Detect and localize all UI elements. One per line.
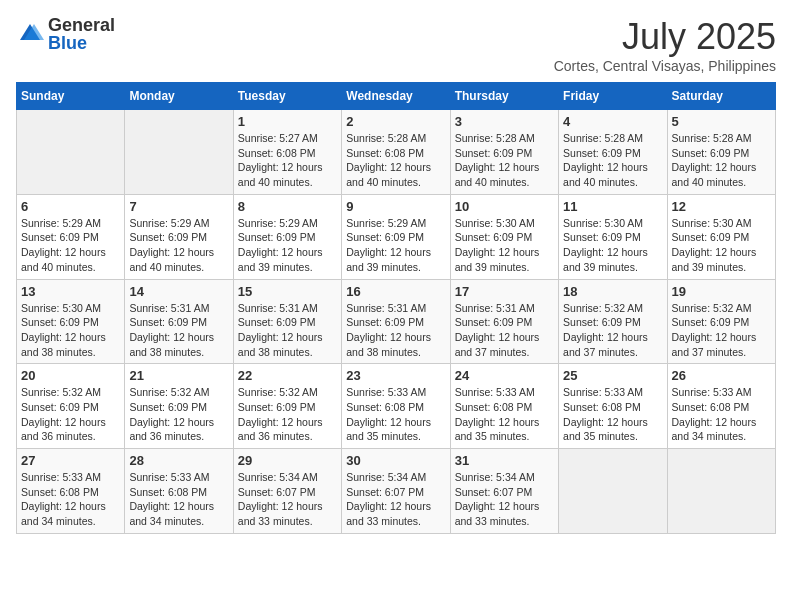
day-info: Sunrise: 5:31 AMSunset: 6:09 PMDaylight:… xyxy=(129,301,228,360)
day-number: 15 xyxy=(238,284,337,299)
calendar-cell: 12Sunrise: 5:30 AMSunset: 6:09 PMDayligh… xyxy=(667,194,775,279)
calendar-cell xyxy=(559,449,667,534)
day-number: 27 xyxy=(21,453,120,468)
calendar-cell: 29Sunrise: 5:34 AMSunset: 6:07 PMDayligh… xyxy=(233,449,341,534)
day-info: Sunrise: 5:32 AMSunset: 6:09 PMDaylight:… xyxy=(129,385,228,444)
day-number: 14 xyxy=(129,284,228,299)
calendar-cell: 9Sunrise: 5:29 AMSunset: 6:09 PMDaylight… xyxy=(342,194,450,279)
calendar-cell: 13Sunrise: 5:30 AMSunset: 6:09 PMDayligh… xyxy=(17,279,125,364)
day-info: Sunrise: 5:33 AMSunset: 6:08 PMDaylight:… xyxy=(672,385,771,444)
day-info: Sunrise: 5:32 AMSunset: 6:09 PMDaylight:… xyxy=(21,385,120,444)
calendar-cell: 20Sunrise: 5:32 AMSunset: 6:09 PMDayligh… xyxy=(17,364,125,449)
calendar-cell: 2Sunrise: 5:28 AMSunset: 6:08 PMDaylight… xyxy=(342,110,450,195)
day-info: Sunrise: 5:33 AMSunset: 6:08 PMDaylight:… xyxy=(129,470,228,529)
header-friday: Friday xyxy=(559,83,667,110)
day-number: 18 xyxy=(563,284,662,299)
day-number: 29 xyxy=(238,453,337,468)
day-info: Sunrise: 5:27 AMSunset: 6:08 PMDaylight:… xyxy=(238,131,337,190)
day-info: Sunrise: 5:29 AMSunset: 6:09 PMDaylight:… xyxy=(21,216,120,275)
day-info: Sunrise: 5:28 AMSunset: 6:09 PMDaylight:… xyxy=(563,131,662,190)
logo: General Blue xyxy=(16,16,115,52)
calendar-cell: 28Sunrise: 5:33 AMSunset: 6:08 PMDayligh… xyxy=(125,449,233,534)
header-saturday: Saturday xyxy=(667,83,775,110)
day-info: Sunrise: 5:33 AMSunset: 6:08 PMDaylight:… xyxy=(346,385,445,444)
calendar-cell: 30Sunrise: 5:34 AMSunset: 6:07 PMDayligh… xyxy=(342,449,450,534)
day-number: 23 xyxy=(346,368,445,383)
calendar-cell: 8Sunrise: 5:29 AMSunset: 6:09 PMDaylight… xyxy=(233,194,341,279)
day-number: 16 xyxy=(346,284,445,299)
day-number: 8 xyxy=(238,199,337,214)
day-number: 17 xyxy=(455,284,554,299)
day-number: 30 xyxy=(346,453,445,468)
calendar-cell: 31Sunrise: 5:34 AMSunset: 6:07 PMDayligh… xyxy=(450,449,558,534)
calendar-cell: 16Sunrise: 5:31 AMSunset: 6:09 PMDayligh… xyxy=(342,279,450,364)
month-title: July 2025 xyxy=(554,16,776,58)
calendar-cell: 11Sunrise: 5:30 AMSunset: 6:09 PMDayligh… xyxy=(559,194,667,279)
day-info: Sunrise: 5:34 AMSunset: 6:07 PMDaylight:… xyxy=(455,470,554,529)
calendar-cell: 17Sunrise: 5:31 AMSunset: 6:09 PMDayligh… xyxy=(450,279,558,364)
day-info: Sunrise: 5:33 AMSunset: 6:08 PMDaylight:… xyxy=(21,470,120,529)
day-info: Sunrise: 5:30 AMSunset: 6:09 PMDaylight:… xyxy=(21,301,120,360)
calendar-cell: 24Sunrise: 5:33 AMSunset: 6:08 PMDayligh… xyxy=(450,364,558,449)
calendar-cell: 14Sunrise: 5:31 AMSunset: 6:09 PMDayligh… xyxy=(125,279,233,364)
logo-text: General Blue xyxy=(48,16,115,52)
day-number: 20 xyxy=(21,368,120,383)
calendar-cell: 10Sunrise: 5:30 AMSunset: 6:09 PMDayligh… xyxy=(450,194,558,279)
week-row-3: 13Sunrise: 5:30 AMSunset: 6:09 PMDayligh… xyxy=(17,279,776,364)
logo-icon xyxy=(16,20,44,48)
day-number: 10 xyxy=(455,199,554,214)
day-number: 22 xyxy=(238,368,337,383)
header-monday: Monday xyxy=(125,83,233,110)
week-row-4: 20Sunrise: 5:32 AMSunset: 6:09 PMDayligh… xyxy=(17,364,776,449)
title-area: July 2025 Cortes, Central Visayas, Phili… xyxy=(554,16,776,74)
calendar-cell xyxy=(17,110,125,195)
header-sunday: Sunday xyxy=(17,83,125,110)
header-wednesday: Wednesday xyxy=(342,83,450,110)
calendar-cell: 26Sunrise: 5:33 AMSunset: 6:08 PMDayligh… xyxy=(667,364,775,449)
calendar-cell: 3Sunrise: 5:28 AMSunset: 6:09 PMDaylight… xyxy=(450,110,558,195)
logo-general: General xyxy=(48,16,115,34)
day-number: 24 xyxy=(455,368,554,383)
day-number: 13 xyxy=(21,284,120,299)
calendar-cell: 21Sunrise: 5:32 AMSunset: 6:09 PMDayligh… xyxy=(125,364,233,449)
day-number: 19 xyxy=(672,284,771,299)
day-number: 3 xyxy=(455,114,554,129)
day-number: 25 xyxy=(563,368,662,383)
day-number: 26 xyxy=(672,368,771,383)
week-row-2: 6Sunrise: 5:29 AMSunset: 6:09 PMDaylight… xyxy=(17,194,776,279)
week-row-1: 1Sunrise: 5:27 AMSunset: 6:08 PMDaylight… xyxy=(17,110,776,195)
day-info: Sunrise: 5:29 AMSunset: 6:09 PMDaylight:… xyxy=(238,216,337,275)
day-info: Sunrise: 5:31 AMSunset: 6:09 PMDaylight:… xyxy=(346,301,445,360)
calendar-cell: 22Sunrise: 5:32 AMSunset: 6:09 PMDayligh… xyxy=(233,364,341,449)
calendar-cell xyxy=(667,449,775,534)
day-info: Sunrise: 5:34 AMSunset: 6:07 PMDaylight:… xyxy=(346,470,445,529)
day-info: Sunrise: 5:31 AMSunset: 6:09 PMDaylight:… xyxy=(238,301,337,360)
day-info: Sunrise: 5:28 AMSunset: 6:08 PMDaylight:… xyxy=(346,131,445,190)
day-info: Sunrise: 5:30 AMSunset: 6:09 PMDaylight:… xyxy=(455,216,554,275)
day-number: 6 xyxy=(21,199,120,214)
calendar-cell: 5Sunrise: 5:28 AMSunset: 6:09 PMDaylight… xyxy=(667,110,775,195)
calendar-cell: 27Sunrise: 5:33 AMSunset: 6:08 PMDayligh… xyxy=(17,449,125,534)
day-number: 5 xyxy=(672,114,771,129)
day-info: Sunrise: 5:29 AMSunset: 6:09 PMDaylight:… xyxy=(129,216,228,275)
calendar-cell: 19Sunrise: 5:32 AMSunset: 6:09 PMDayligh… xyxy=(667,279,775,364)
calendar-header-row: SundayMondayTuesdayWednesdayThursdayFrid… xyxy=(17,83,776,110)
day-info: Sunrise: 5:30 AMSunset: 6:09 PMDaylight:… xyxy=(672,216,771,275)
day-number: 31 xyxy=(455,453,554,468)
day-info: Sunrise: 5:34 AMSunset: 6:07 PMDaylight:… xyxy=(238,470,337,529)
day-info: Sunrise: 5:29 AMSunset: 6:09 PMDaylight:… xyxy=(346,216,445,275)
calendar-cell: 1Sunrise: 5:27 AMSunset: 6:08 PMDaylight… xyxy=(233,110,341,195)
calendar-cell xyxy=(125,110,233,195)
day-number: 9 xyxy=(346,199,445,214)
day-info: Sunrise: 5:32 AMSunset: 6:09 PMDaylight:… xyxy=(238,385,337,444)
day-info: Sunrise: 5:30 AMSunset: 6:09 PMDaylight:… xyxy=(563,216,662,275)
day-number: 11 xyxy=(563,199,662,214)
calendar-cell: 18Sunrise: 5:32 AMSunset: 6:09 PMDayligh… xyxy=(559,279,667,364)
page-header: General Blue July 2025 Cortes, Central V… xyxy=(16,16,776,74)
header-tuesday: Tuesday xyxy=(233,83,341,110)
calendar-cell: 23Sunrise: 5:33 AMSunset: 6:08 PMDayligh… xyxy=(342,364,450,449)
calendar-cell: 15Sunrise: 5:31 AMSunset: 6:09 PMDayligh… xyxy=(233,279,341,364)
day-info: Sunrise: 5:33 AMSunset: 6:08 PMDaylight:… xyxy=(563,385,662,444)
week-row-5: 27Sunrise: 5:33 AMSunset: 6:08 PMDayligh… xyxy=(17,449,776,534)
calendar-cell: 6Sunrise: 5:29 AMSunset: 6:09 PMDaylight… xyxy=(17,194,125,279)
